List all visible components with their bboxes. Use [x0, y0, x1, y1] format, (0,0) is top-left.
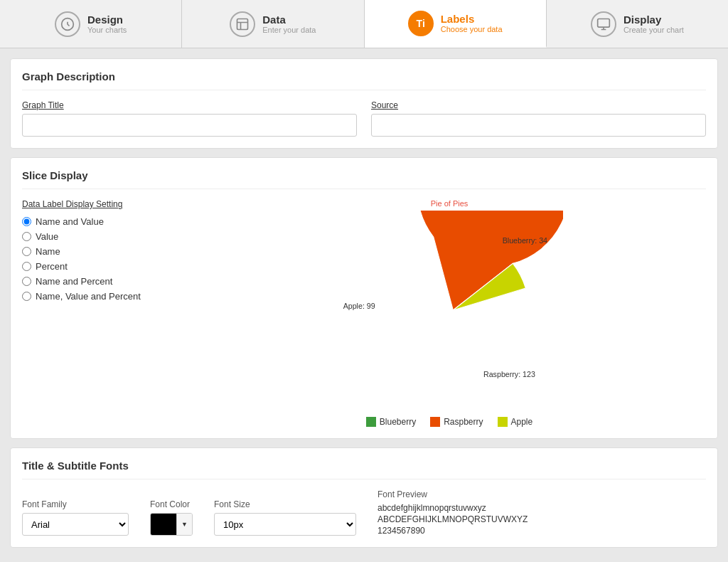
labels-step-title: Labels [441, 13, 503, 25]
main-content: Graph Description Graph Title Source Sli… [0, 48, 728, 558]
graph-title-input[interactable] [22, 114, 357, 137]
labels-icon: Ti [408, 11, 434, 36]
legend-apple-label: Apple [511, 417, 533, 427]
pie-chart-svg: Blueberry: 34 Apple: 99 Raspberry: 123 [336, 211, 563, 410]
color-picker[interactable]: ▼ [150, 513, 193, 536]
source-group: Source [371, 100, 706, 137]
legend-raspberry-label: Raspberry [444, 417, 483, 427]
font-family-label: Font Family [22, 499, 129, 509]
data-label-heading[interactable]: Data Label Display Setting [22, 199, 178, 209]
nav-step-data[interactable]: Data Enter your data [182, 0, 364, 48]
font-size-label: Font Size [214, 499, 356, 509]
font-color-group: Font Color ▼ [150, 499, 193, 536]
chart-title: Pie of Pies [431, 199, 469, 208]
source-input[interactable] [371, 114, 706, 137]
font-family-select[interactable]: Arial Times New Roman Verdana Georgia [22, 513, 129, 536]
radio-percent[interactable]: Percent [22, 261, 178, 272]
display-icon [591, 11, 616, 37]
color-arrow-icon[interactable]: ▼ [176, 514, 192, 535]
design-icon [55, 11, 80, 37]
slice-display-title: Slice Display [22, 169, 706, 189]
pie-chart-container: Blueberry: 34 Apple: 99 Raspberry: 123 [336, 211, 563, 410]
data-icon [230, 11, 255, 37]
legend-raspberry: Raspberry [430, 417, 483, 427]
color-box [151, 514, 176, 535]
data-step-sub: Enter your data [262, 26, 316, 34]
chart-area: Pie of Pies [193, 199, 706, 427]
top-navigation: Design Your charts Data Enter your data … [0, 0, 728, 48]
fonts-section-title: Title & Subtitle Fonts [22, 460, 706, 479]
preview-numbers: 1234567890 [378, 526, 528, 536]
graph-description-section: Graph Description Graph Title Source [10, 58, 718, 149]
radio-name-value-percent[interactable]: Name, Value and Percent [22, 291, 178, 302]
design-step-title: Design [87, 14, 127, 26]
nav-step-design[interactable]: Design Your charts [0, 0, 182, 48]
graph-description-form: Graph Title Source [22, 100, 706, 137]
legend-blueberry-color [366, 417, 376, 427]
slice-options: Data Label Display Setting Name and Valu… [22, 199, 178, 427]
preview-lowercase: abcdefghijklmnopqrstuvwxyz [378, 503, 528, 513]
font-size-select[interactable]: 10px 12px 14px 16px 18px [214, 513, 356, 536]
label-raspberry: Raspberry: 123 [483, 370, 535, 378]
slice-display-section: Slice Display Data Label Display Setting… [10, 157, 718, 439]
graph-title-group: Graph Title [22, 100, 357, 137]
font-preview-label: Font Preview [378, 489, 528, 499]
nav-step-labels[interactable]: Ti Labels Choose your data [365, 0, 547, 48]
radio-name[interactable]: Name [22, 246, 178, 257]
legend-blueberry: Blueberry [366, 417, 416, 427]
font-preview-group: Font Preview abcdefghijklmnopqrstuvwxyz … [378, 489, 528, 536]
graph-description-title: Graph Description [22, 70, 706, 90]
display-step-title: Display [623, 14, 684, 26]
legend-raspberry-color [430, 417, 440, 427]
legend-apple: Apple [498, 417, 533, 427]
label-apple: Apple: 99 [343, 302, 375, 310]
fonts-section: Title & Subtitle Fonts Font Family Arial… [10, 447, 718, 548]
preview-uppercase: ABCDEFGHIJKLMNOPQRSTUVWXYZ [378, 514, 528, 524]
nav-step-display[interactable]: Display Create your chart [547, 0, 728, 48]
source-label[interactable]: Source [371, 100, 706, 110]
data-step-title: Data [262, 14, 316, 26]
radio-name-value[interactable]: Name and Value [22, 216, 178, 227]
svg-rect-1 [237, 18, 248, 29]
radio-group: Name and Value Value Name Percent [22, 216, 178, 302]
svg-rect-2 [598, 18, 610, 27]
labels-step-sub: Choose your data [441, 25, 503, 33]
legend-blueberry-label: Blueberry [380, 417, 416, 427]
label-blueberry: Blueberry: 34 [503, 236, 547, 245]
radio-value[interactable]: Value [22, 231, 178, 242]
legend-apple-color [498, 417, 508, 427]
font-family-group: Font Family Arial Times New Roman Verdan… [22, 499, 129, 536]
radio-name-percent[interactable]: Name and Percent [22, 276, 178, 287]
font-size-group: Font Size 10px 12px 14px 16px 18px [214, 499, 356, 536]
design-step-sub: Your charts [87, 26, 127, 34]
graph-title-label[interactable]: Graph Title [22, 100, 357, 110]
font-color-label: Font Color [150, 499, 193, 509]
slice-display-body: Data Label Display Setting Name and Valu… [22, 199, 706, 427]
chart-legend: Blueberry Raspberry Apple [366, 417, 532, 427]
display-step-sub: Create your chart [623, 26, 684, 34]
fonts-body: Font Family Arial Times New Roman Verdan… [22, 489, 706, 536]
